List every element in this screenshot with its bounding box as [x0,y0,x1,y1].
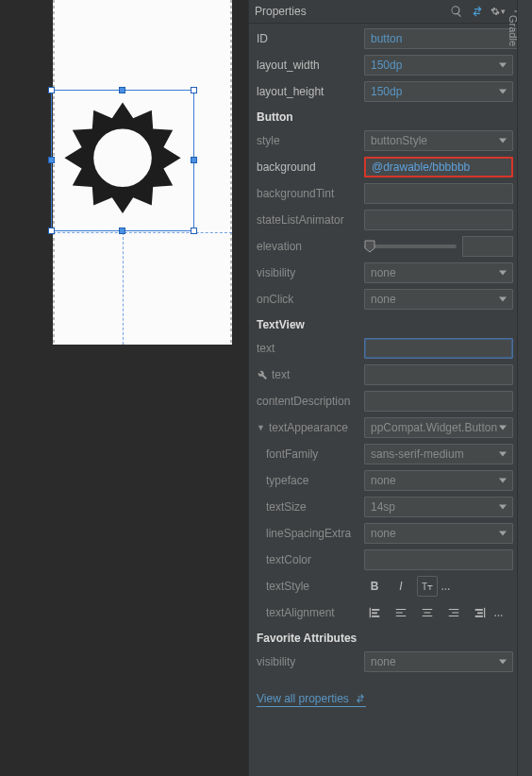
guideline-vertical [123,232,124,345]
design-text-input[interactable]: . [364,364,513,385]
label: style [257,134,364,147]
id-input[interactable]: button [364,28,528,49]
selection-box[interactable] [51,90,194,231]
label: layout_height [257,85,364,98]
resize-handle[interactable] [191,228,197,234]
align-viewend-button[interactable] [470,602,490,623]
resize-handle[interactable] [119,228,125,234]
backgroundtint-input[interactable]: . [364,183,513,204]
text-input[interactable]: . [364,338,513,359]
resize-handle[interactable] [191,157,197,163]
label: textSize [257,500,364,514]
label[interactable]: ▼ textAppearance [257,421,364,434]
resize-handle[interactable] [119,87,125,93]
swap-icon [355,693,366,704]
section-button: Button [249,105,532,127]
label: background [257,160,364,174]
label: onClick [257,293,364,306]
label: contentDescription [257,395,364,408]
label: text [257,342,364,355]
onclick-combo[interactable]: none [364,289,513,310]
search-icon[interactable] [449,4,464,19]
properties-panel: Properties ▾ ID button l [248,0,532,776]
swap-icon[interactable] [470,4,485,19]
textappearance-combo[interactable]: ppCompat.Widget.Button [364,417,513,438]
label: elevation [257,240,364,253]
label: textAlignment [257,606,364,619]
textcolor-input[interactable]: . [364,549,513,570]
slider-thumb-icon[interactable] [364,240,375,253]
bold-button[interactable]: B [364,576,385,597]
linespacing-combo[interactable]: none [364,523,513,544]
align-center-button[interactable] [417,602,438,623]
allcaps-button[interactable]: Tᴛ [417,576,438,597]
statelistanimator-input[interactable]: . [364,210,513,230]
label: text [257,368,364,381]
section-favorite: Favorite Attributes [249,626,532,649]
view-all-properties-link[interactable]: View all properties [257,692,366,707]
resize-handle[interactable] [48,228,55,234]
design-canvas[interactable] [0,0,248,349]
background-input[interactable]: @drawable/bbbbbb [364,157,513,177]
elevation-input[interactable] [462,236,513,257]
resize-handle[interactable] [191,87,197,93]
fav-visibility-combo[interactable]: none [364,651,513,672]
style-combo[interactable]: buttonStyle [364,130,513,151]
wrench-icon [257,369,268,380]
label: layout_width [257,59,364,72]
gradle-side-tab[interactable]: Gradle [517,0,532,776]
fontfamily-combo[interactable]: sans-serif-medium [364,444,513,464]
label: visibility [257,266,364,279]
panel-title: Properties [255,5,443,18]
align-right-button[interactable] [443,602,464,623]
layout-height-combo[interactable]: 150dp [364,81,513,102]
align-left-button[interactable] [391,602,411,623]
label: ID [257,32,364,45]
label: visibility [257,655,364,668]
label: textColor [257,553,364,566]
resize-handle[interactable] [48,157,55,163]
elevation-slider[interactable] [364,245,457,248]
section-textview: TextView [249,312,532,335]
visibility-combo[interactable]: none [364,262,513,283]
align-viewstart-button[interactable] [364,602,385,623]
resize-handle[interactable] [48,87,55,93]
label: stateListAnimator [257,213,364,227]
label: fontFamily [257,447,364,461]
label: lineSpacingExtra [257,527,364,540]
more-icon[interactable]: … [440,582,453,592]
contentdescription-input[interactable]: . [364,391,513,412]
label: typeface [257,474,364,487]
layout-width-combo[interactable]: 150dp [364,55,513,76]
more-icon[interactable]: … [492,608,506,618]
typeface-combo[interactable]: none [364,470,513,491]
guideline-horizontal [53,232,232,233]
textsize-combo[interactable]: 14sp [364,497,513,517]
label: backgroundTint [257,187,364,200]
italic-button[interactable]: I [391,576,411,597]
gear-menu-icon[interactable]: ▾ [490,4,506,19]
label: textStyle [257,580,364,593]
